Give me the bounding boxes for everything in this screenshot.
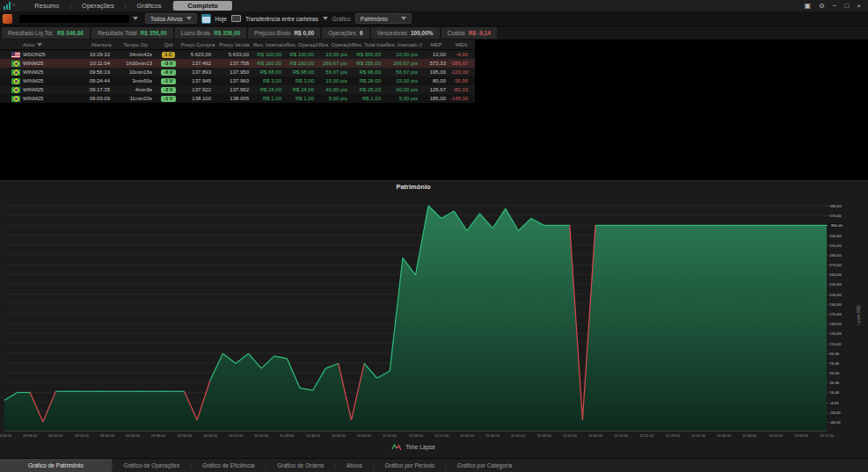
res-intervalo-cell: R$ 3,00 — [253, 78, 286, 84]
mep-cell: 195,00 — [422, 69, 450, 75]
x-tick-label: 09:08:00 — [23, 433, 37, 438]
minimize-button[interactable]: − — [833, 3, 837, 10]
column-header-res-intervalo-[interactable]: Res. Intervalo (%) — [385, 42, 422, 47]
res-intervalo-pct-cell: 10,00 pts — [385, 52, 422, 57]
abertura-cell: 10:29:32 — [88, 52, 114, 57]
y-tick-value: 396,00 — [829, 204, 841, 208]
y-tick-value: 356,00 — [829, 223, 843, 228]
bottom-tab-grafico-por-periodo[interactable]: Gráfico por Período — [374, 459, 445, 472]
bottom-tab-grafico-de-eficiencia[interactable]: Gráfico de Eficiência — [192, 459, 266, 472]
column-header-ativo[interactable]: Ativo — [0, 42, 88, 47]
y-tick-label: 96,00 — [827, 352, 839, 356]
stat-resultado-total: Resultado TotalR$ 356,00 — [91, 27, 173, 39]
column-header-tempo-op[interactable]: Tempo Op — [114, 42, 157, 47]
res-total-intervalo-cell: R$ 256,00 — [352, 61, 385, 66]
bottom-tab-grafico-de-operacoes[interactable]: Gráfico de Operações — [113, 459, 191, 472]
bottom-tab-grafico-por-categoria[interactable]: Gráfico por Categoria — [447, 459, 522, 472]
preco-compra-cell: 137.945 — [180, 78, 215, 84]
help-icon[interactable]: ⊖ — [819, 3, 825, 10]
column-header-preco-venda[interactable]: Preço Venda — [215, 42, 253, 47]
x-tick-label: 12:05:00 — [588, 433, 602, 438]
patrimonio-chart-panel: Patrimônio 396,00376,00356,00336,00316,0… — [0, 180, 868, 458]
calendar-icon[interactable] — [201, 14, 211, 24]
res-operacao-pts-cell: 5,00 pts — [318, 96, 352, 101]
x-tick-label: 11:49:00 — [537, 433, 551, 438]
title-bar: ^ Resumo|Operações|Gráficos|Completo ▣⊖−… — [0, 0, 868, 11]
y-tick-value: 56,00 — [829, 371, 839, 375]
y-tick-label: 336,00 — [827, 234, 842, 238]
y-tick-value: 236,00 — [829, 282, 841, 287]
x-tick-label: 09:16:00 — [48, 433, 62, 438]
res-intervalo-pct-cell: 56,67 pts — [385, 69, 422, 75]
res-total-intervalo-cell: R$ 25,00 — [352, 87, 385, 92]
column-header-qtd[interactable]: Qtd — [157, 42, 180, 47]
table-row[interactable]: WDON2510:29:3234min42s1 C5.623,005.633,0… — [0, 50, 475, 59]
br-flag-icon — [11, 96, 20, 102]
bottom-tab-ativos[interactable]: Ativos — [336, 459, 373, 472]
column-header-res-total-interval[interactable]: Res. Total Interval — [352, 42, 385, 47]
column-header-mep[interactable]: MEP — [422, 42, 450, 47]
column-header-res-operaco[interactable]: Res. Operaçõ — [286, 42, 318, 47]
y-tick-value: 136,00 — [829, 331, 841, 336]
chart-type-value: Patrimônio — [361, 16, 388, 22]
restore-button[interactable]: □ — [844, 3, 849, 10]
table-row[interactable]: WINM2509:17:354min9s-3 V137.922137.962R$… — [0, 85, 475, 94]
preco-compra-cell: 137.922 — [180, 87, 215, 92]
mep-cell: 185,00 — [422, 96, 450, 101]
res-total-intervalo-cell: R$ 96,00 — [352, 69, 385, 75]
transfer-button[interactable]: Transferência entre carteiras — [245, 16, 318, 22]
stat-label: Vencedoras — [377, 30, 407, 36]
bottom-tab-grafico-de-ordens[interactable]: Gráfico de Ordens — [266, 459, 334, 472]
panel-icon[interactable]: ▣ — [805, 3, 812, 10]
x-tick-label: 09:24:00 — [75, 433, 89, 438]
column-header-res-operaco[interactable]: Res. Operaçõ — [318, 42, 352, 47]
column-header-abertura[interactable]: Abertura — [88, 42, 114, 47]
sort-chevron-icon[interactable] — [37, 43, 42, 47]
stat-lucro-bruto: Lucro BrutoR$ 356,00 — [175, 27, 247, 39]
preco-compra-cell: 5.623,00 — [180, 52, 215, 57]
chevron-down-icon[interactable] — [323, 17, 328, 20]
men-cell: -35,00 — [450, 78, 472, 84]
stat-label: Operações — [328, 30, 356, 36]
x-tick-label: 11:17:00 — [434, 433, 449, 438]
table-header-row: AtivoAberturaTempo OpQtdPreço CompraPreç… — [0, 40, 475, 50]
column-header-res-intervalo[interactable]: Res. Intervalo — [253, 42, 286, 47]
tick-mark — [827, 236, 828, 236]
close-button[interactable]: × — [857, 3, 861, 10]
abertura-cell: 10:11:04 — [88, 61, 114, 66]
x-tick-label: 11:25:00 — [460, 433, 474, 438]
account-selector[interactable] — [17, 14, 141, 24]
stat-label: Custos — [448, 30, 465, 36]
date-filter-button[interactable]: Hoje — [215, 16, 227, 22]
stat-prejuizo-bruto: Prejuízo BrutoR$ 0,00 — [248, 27, 320, 39]
table-row[interactable]: WINM2510:11:041h30min13-3 V137.492137.75… — [0, 59, 475, 68]
bottom-tab-grafico-de-patrimonio[interactable]: Gráfico de Patrimônio — [0, 459, 112, 472]
asset-filter-label: Todos Ativos — [150, 16, 183, 22]
br-flag-icon — [11, 78, 20, 84]
us-flag-icon — [11, 52, 20, 58]
tempo-op-cell: 10min16s — [114, 69, 157, 75]
stat-value: 100,00% — [411, 30, 434, 36]
asset-filter-dropdown[interactable]: Todos Ativos — [145, 13, 197, 24]
y-axis-title: Lucro (R$) — [857, 305, 861, 325]
tempo-op-cell: 11min20s — [114, 96, 157, 101]
column-header-preco-compra[interactable]: Preço Compra — [180, 42, 215, 47]
tab-graficos[interactable]: Gráficos — [127, 1, 172, 11]
table-row[interactable]: WINM2509:03:0911min20s-1 V138.100138.005… — [0, 94, 475, 103]
qtd-cell: -1 V — [157, 78, 180, 84]
tempo-op-cell: 4min9s — [114, 87, 157, 92]
preco-venda-cell: 137.962 — [215, 87, 253, 92]
chart-type-dropdown[interactable]: Patrimônio — [355, 13, 412, 24]
y-tick-value: 16,00 — [829, 390, 839, 395]
men-cell: -120,00 — [450, 69, 472, 75]
tab-operacoes[interactable]: Operações — [71, 1, 125, 11]
table-row[interactable]: WINM2509:24:443min50s-1 V137.945137.960R… — [0, 76, 475, 85]
table-row[interactable]: WINM2509:56:1910min16s-6 V137.893137.950… — [0, 68, 475, 76]
y-tick-label: 236,00 — [827, 282, 842, 287]
tick-mark — [827, 314, 828, 315]
tab-resumo[interactable]: Resumo — [24, 1, 69, 11]
x-tick-label: 11:41:00 — [511, 433, 525, 438]
x-tick-label: 12:13:00 — [614, 433, 628, 438]
column-header-men[interactable]: MEN — [450, 42, 472, 47]
tab-completo[interactable]: Completo — [173, 1, 232, 11]
